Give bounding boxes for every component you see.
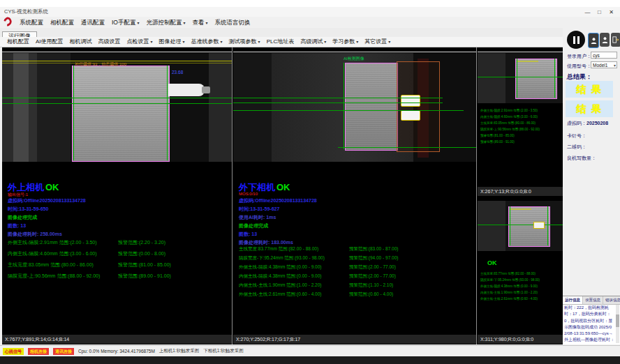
camera-trigger-status-top: 上相机1:软触发采图 (159, 348, 199, 354)
ok-status: OK (276, 182, 290, 192)
tool-plc-table[interactable]: PLC地址表 (267, 37, 295, 47)
process-elapsed-text: 图像处理耗时: 258.00ms (8, 231, 62, 238)
measure-line-overlay (2, 103, 232, 104)
tool-learning-params[interactable]: 学习参数▾ (332, 37, 358, 47)
ai-image-label: AI检测图像 (344, 56, 364, 62)
log-scrollbar-thumb[interactable] (616, 314, 619, 327)
info-tab-settings[interactable]: 设置信息 (583, 296, 603, 304)
chevron-down-icon: ▾ (183, 40, 185, 44)
virtual-code-text: 虚拟码:Offline20250208133134728 (8, 197, 86, 204)
menu-item-camera-config[interactable]: 相机配置 (50, 17, 74, 28)
chevron-down-icon: ▾ (388, 40, 390, 44)
tool-spot-check[interactable]: 点检设置▾ (127, 37, 153, 47)
user-switch-icon (591, 37, 597, 45)
warning-range-text: 预警范围:(89.00 - 91.00) (118, 273, 171, 280)
close-button[interactable]: ✕ (605, 7, 617, 17)
coords-readout: X:270;Y:2502;R:17;G:17;B:17 (233, 335, 476, 344)
menu-item-view[interactable]: 查看▾ (193, 17, 208, 28)
camera-panel-outer-bottom: AI检测图像 外下相机OK MOS:0/10 虚拟码:Offline202502… (233, 47, 477, 344)
menu-item-system-config[interactable]: 系统配置 (20, 17, 43, 28)
time-text: 时间:13-31-59-627 (239, 206, 279, 213)
chevron-down-icon: ▾ (206, 21, 208, 25)
connector-part (533, 222, 545, 229)
ai-elapsed-text: 使用AI耗时: 1ms (239, 214, 276, 221)
menu-item-language-switch[interactable]: 系统语言切换 (215, 17, 251, 28)
tool-other-settings[interactable]: 其它设置▾ (364, 37, 390, 47)
connector-part (401, 95, 420, 107)
coords-readout: X:311;Y:980;R:0;G:0;B:0 (478, 335, 563, 344)
frame-count-text: 图数: 13 (8, 222, 26, 229)
user-button[interactable] (600, 33, 610, 47)
tool-baseline-params[interactable]: 基准线参数▾ (191, 37, 223, 47)
login-user-field[interactable]: cys (591, 52, 617, 59)
coords-readout: X:7677;Y:891;R:14;G:14;B:14 (2, 335, 232, 344)
thumbnail-column: 外侧主线-隔膜:2.91mm 范围:(2.00 - 3.50) 内侧主线-隔膜:… (478, 47, 563, 344)
measurement-row: 隔膜宽度-下:95.24mm 范围:(93.00 - 98.00)预警范围:(9… (239, 255, 475, 261)
warning-range-text: 预警范围:(94.00 - 97.00) (349, 255, 398, 261)
virtual-code-text: 虚拟码:Offline20250208133134728 (239, 197, 317, 204)
virtual-code-row: 虚拟码：20250208 (567, 120, 608, 127)
chevron-down-icon: ▾ (221, 40, 223, 44)
toolbar: 相机配置 AI使用配置 相机调试 高级设置 点检设置▾ 图像处理▾ 基准线参数▾… (0, 37, 563, 47)
log-scrollbar[interactable] (616, 305, 619, 343)
cpu-memory-text: Cpu: 0.0% Memory: 3424.41796875M (78, 349, 155, 354)
qr-label: 二维码： (567, 144, 586, 151)
product-region-overlay (345, 63, 398, 151)
machine-band (13, 53, 29, 162)
chevron-down-icon: ▾ (151, 40, 153, 44)
exit-button[interactable] (611, 33, 620, 47)
output-signal-text: MOS:0/10 (239, 192, 258, 196)
result-box-1: 结 果 (566, 81, 613, 98)
switch-user-button[interactable] (588, 33, 599, 48)
measure-line-overlay (517, 59, 517, 98)
time-text: 时间:13-31-59-650 (8, 206, 48, 213)
tool-camera-debug[interactable]: 相机调试 (70, 37, 92, 47)
desktop-strip (0, 0, 620, 7)
menu-item-io-config[interactable]: IO手配置▾ (112, 17, 140, 28)
camera-image-outer-bottom[interactable]: AI检测图像 (233, 53, 476, 162)
camera-image-outer-top[interactable]: 补偿阈值:93，动态阈值:100 23.68 (2, 53, 232, 162)
measure-line-overlay (233, 103, 443, 103)
measure-line-overlay (510, 206, 510, 245)
result-box-2: 结 果 (566, 100, 613, 117)
menu-item-comm-config[interactable]: 通讯配置 (81, 17, 105, 28)
model-select[interactable]: Model1 ▾ (591, 61, 617, 68)
pause-button[interactable] (567, 31, 585, 49)
roi-rect-overlay (397, 61, 440, 152)
maximize-button[interactable]: □ (593, 7, 605, 17)
panel-divider (478, 52, 563, 52)
tool-image-processing[interactable]: 图像处理▾ (159, 37, 185, 47)
info-tab-errors[interactable]: 错误信息 (603, 296, 620, 304)
measurement-row: 外侧主线-隔膜:2.91mm 范围:(2.00 - 3.50)预警范围:(2.2… (8, 239, 230, 246)
main-view: 补偿阈值:93，动态阈值:100 23.68 外上相机OK 输出信号:1 虚拟码… (2, 47, 563, 344)
camera-thumbnail-bottom[interactable] (478, 201, 563, 251)
tool-advanced-debug[interactable]: 高级调试▾ (300, 37, 326, 47)
measure-line-overlay (233, 110, 464, 111)
machine-band (478, 201, 505, 251)
measure-line-overlay (547, 206, 548, 245)
info-tab-run[interactable]: 运行信息 (563, 296, 583, 304)
thumbnail-measurements: 外侧主线-隔膜:2.91mm 范围:(2.00 - 3.50) 内侧主线-隔膜:… (480, 107, 562, 145)
warning-range-text: 预警范围:(2.00 - 77.00) (349, 264, 396, 271)
tool-test-params[interactable]: 测试项参数▾ (229, 37, 260, 47)
warning-range-text: 预警范围:(2.20 - 3.20) (118, 239, 165, 246)
measurement-row: 内侧主线-主线:1.90mm 范围:(1.00 - 2.20)预警范围:(1.1… (239, 282, 475, 289)
tool-ai-config[interactable]: AI使用配置 (36, 37, 64, 47)
measurement-row: 外侧主线-主线:2.61mm 范围:(0.60 - 4.00)预警范围:(0.6… (239, 291, 475, 298)
product-region-overlay (515, 59, 557, 99)
menu-bar: 系统配置 相机配置 通讯配置 IO手配置▾ 光源控制配置▾ 查看▾ 系统语言切换 (0, 17, 620, 28)
measurement-row: 内侧主线-隔膜:4.38mm 范围:(0.00 - 9.00)预警范围:(2.0… (239, 273, 475, 280)
camera-thumbnail-top[interactable] (478, 53, 563, 103)
measurement-row: 主线宽度:83.77mm 范围:(82.00 - 88.00)预警范围:(83.… (239, 246, 475, 252)
menu-item-light-config[interactable]: 光源控制配置▾ (147, 17, 186, 28)
frame-count-text: 图数: 13 (239, 231, 257, 238)
process-done-text: 图像处理完成 (8, 214, 37, 221)
info-tab-strip: 运行信息 设置信息 错误信息 (563, 296, 620, 305)
chevron-down-icon: ▾ (614, 62, 616, 69)
tool-camera-config[interactable]: 相机配置 (7, 37, 29, 47)
pause-icon (577, 36, 580, 44)
measure-line-overlay (73, 66, 74, 160)
machine-band (478, 53, 505, 103)
minimize-button[interactable]: — (582, 7, 593, 17)
tool-advanced-settings[interactable]: 高级设置 (98, 37, 121, 47)
